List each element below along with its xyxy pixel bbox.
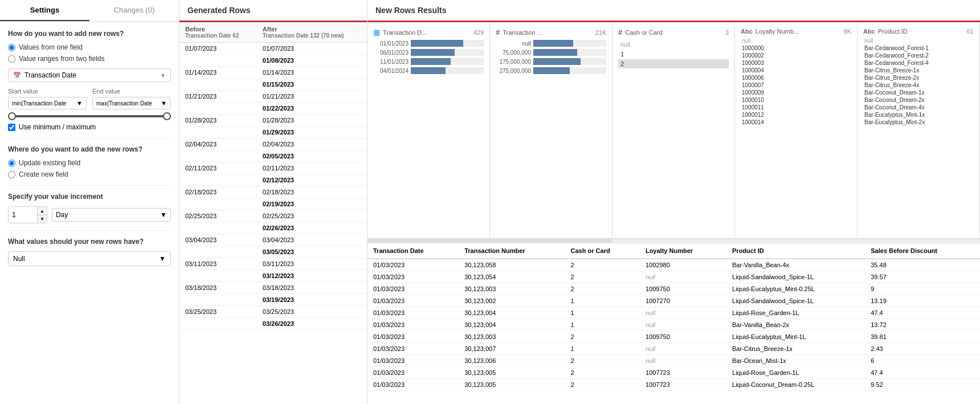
before-cell: 03/25/2023 [179, 306, 257, 318]
increment-value-input[interactable] [9, 207, 37, 223]
list-item[interactable]: 1 [618, 50, 729, 59]
table-row: 03/18/202303/18/2023 [179, 282, 367, 294]
card-header: # Transaction ... 21K [496, 28, 606, 36]
num-item: Bar-Eucalyptus_Mint-2x [863, 119, 974, 126]
table-cell: 39.81 [865, 331, 980, 343]
num-item: 1000009 [741, 89, 851, 96]
num-list: nullBar-Cedarwood_Forest-1Bar-Cedarwood_… [863, 37, 974, 126]
after-cell: 03/26/2023 [257, 318, 367, 330]
table-header: Product ID [726, 243, 865, 259]
bar-fill [411, 67, 446, 74]
null-value-select[interactable]: Null ▼ [8, 251, 171, 266]
hash-card-icon: # [618, 28, 622, 36]
num-item: Bar-Coconut_Dream-1x [863, 89, 974, 96]
table-row: 01/15/2023 [179, 79, 367, 91]
num-item: Bar-Eucalyptus_Mint-1x [863, 111, 974, 119]
table-header: Loyalty Number [640, 243, 726, 259]
before-cell [179, 79, 257, 91]
increment-down-btn[interactable]: ▼ [38, 215, 47, 223]
after-cell: 01/29/2023 [257, 126, 367, 138]
num-item: 1000006 [741, 74, 851, 81]
num-item: Bar-Cedarwood_Forest-1 [863, 44, 974, 52]
table-row: 01/03/202330,123,0071nullBar-Citrus_Bree… [368, 343, 980, 355]
card-header: # Cash or Card 3 [618, 28, 729, 36]
table-cell: 2 [565, 271, 640, 283]
after-cell: 03/18/2023 [257, 282, 367, 294]
calendar-card-icon: ▦ [373, 28, 380, 36]
bar-row: null [496, 40, 606, 47]
list-item[interactable]: null [618, 40, 729, 49]
radio-create-new[interactable]: Create new field [8, 170, 171, 178]
table-row: 01/03/202330,123,0041nullLiquid-Rose_Gar… [368, 307, 980, 319]
radio-update-existing[interactable]: Update existing field [8, 159, 171, 167]
after-cell: 01/28/2023 [257, 115, 367, 126]
table-cell: 1 [565, 307, 640, 319]
bar-row: 01/01/2023 [373, 40, 484, 47]
after-cell: 02/26/2023 [257, 222, 367, 234]
slider-thumb-right[interactable] [163, 112, 171, 120]
start-value-select[interactable]: min(Transaction Date ▼ [8, 97, 87, 109]
table-cell: 01/03/2023 [368, 259, 459, 271]
bar-label: 175,000,000 [496, 59, 531, 65]
before-cell [179, 126, 257, 138]
table-cell: 01/03/2023 [368, 283, 459, 295]
after-cell: 02/18/2023 [257, 186, 367, 198]
bar-fill [533, 40, 573, 47]
tab-settings[interactable]: Settings [0, 0, 89, 21]
before-cell: 01/07/2023 [179, 43, 257, 55]
table-row: 01/03/202330,123,00211007270Liquid-Sanda… [368, 295, 980, 307]
table-row: 01/03/202330,123,00321009750Liquid-Eucal… [368, 283, 980, 295]
table-cell: 47.4 [865, 367, 980, 379]
radio-value-ranges[interactable]: Value ranges from two fields [8, 55, 171, 63]
bar-fill [411, 49, 455, 56]
summary-card: Abc Loyalty Numb... 8K null1000000100000… [735, 22, 858, 238]
table-cell: null [640, 271, 726, 283]
table-row: 01/03/202330,123,05821002980Bar-Vanilla_… [368, 259, 980, 271]
table-row: 01/07/202301/07/2023 [179, 43, 367, 55]
table-row: 03/04/202303/04/2023 [179, 234, 367, 246]
table-cell: 1009750 [640, 331, 726, 343]
card-title: Product ID [878, 28, 964, 35]
data-table: Transaction DateTransaction NumberCash o… [368, 243, 980, 391]
before-cell: 01/28/2023 [179, 115, 257, 126]
bar-track [533, 58, 606, 65]
new-rows-results-panel: New Rows Results ▦ Transaction D... 429 … [368, 0, 980, 404]
increment-unit-select[interactable]: Day ▼ [52, 208, 171, 222]
card-title: Cash or Card [625, 29, 722, 36]
table-header: Sales Before Discount [865, 243, 980, 259]
tabs-bar: Settings Changes (0) [0, 0, 179, 22]
bar-label: 275,000,000 [496, 68, 531, 74]
table-cell: 39.57 [865, 271, 980, 283]
table-cell: 30,123,003 [459, 331, 565, 343]
use-min-max-checkbox[interactable]: Use minimum / maximum [8, 123, 171, 131]
tab-changes[interactable]: Changes (0) [89, 0, 179, 21]
bar-fill [533, 67, 570, 74]
table-cell: 30,123,058 [459, 259, 565, 271]
end-label: End value [92, 88, 171, 95]
left-panel: Settings Changes (0) How do you want to … [0, 0, 179, 404]
table-cell: 30,123,005 [459, 367, 565, 379]
table-row: 03/11/202303/11/2023 [179, 258, 367, 270]
card-title: Transaction D... [383, 29, 471, 36]
before-cell: 03/11/2023 [179, 258, 257, 270]
list-item[interactable]: 2 [618, 59, 729, 68]
radio-values-from-one[interactable]: Values from one field [8, 43, 171, 51]
bar-fill [533, 58, 581, 65]
end-value-select[interactable]: max(Transaction Date ▼ [92, 97, 171, 109]
table-row: 02/19/2023 [179, 198, 367, 210]
table-cell: 01/03/2023 [368, 307, 459, 319]
table-cell: 13.19 [865, 295, 980, 307]
increment-up-btn[interactable]: ▲ [38, 207, 47, 215]
slider-thumb-left[interactable] [8, 112, 16, 120]
after-cell: 03/11/2023 [257, 258, 367, 270]
after-cell: 03/05/2023 [257, 246, 367, 258]
table-cell: 1007270 [640, 295, 726, 307]
horizontal-scrollbar[interactable] [368, 239, 980, 243]
table-cell: 1 [565, 343, 640, 355]
before-cell [179, 55, 257, 67]
field-selector[interactable]: 📅 Transaction Date ▼ [8, 68, 171, 82]
table-cell: null [640, 307, 726, 319]
table-cell: 2.43 [865, 343, 980, 355]
new-rows-results-title: New Rows Results [368, 0, 980, 22]
table-row: 01/03/202330,123,0041nullBar-Vanilla_Bea… [368, 319, 980, 331]
